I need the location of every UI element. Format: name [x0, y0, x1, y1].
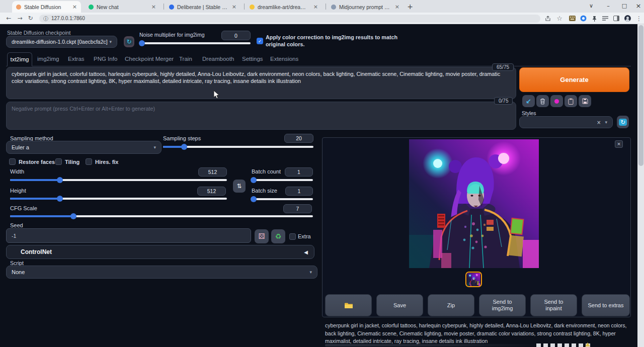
- negative-prompt-input[interactable]: [6, 102, 516, 130]
- clear-prompt-button[interactable]: [536, 95, 549, 107]
- cutoff-watermark: [536, 343, 592, 347]
- checkpoint-refresh-button[interactable]: ↻: [124, 36, 134, 47]
- batch-count-label: Batch count: [252, 168, 281, 175]
- tab-extensions[interactable]: Extensions: [270, 56, 298, 62]
- tab-close-icon[interactable]: ×: [395, 4, 399, 10]
- tab-close-icon[interactable]: ×: [232, 4, 236, 10]
- sampling-steps-label: Sampling steps: [163, 135, 201, 141]
- width-slider[interactable]: [10, 177, 227, 183]
- tab-checkpoint-merger[interactable]: Checkpoint Merger: [125, 56, 174, 62]
- color-correction-checkbox[interactable]: ✓: [257, 38, 263, 44]
- browser-tab-new-chat[interactable]: New chat ×: [85, 1, 160, 13]
- tab-img2img[interactable]: img2img: [37, 56, 59, 62]
- swap-dimensions-button[interactable]: ⇅: [233, 180, 246, 193]
- height-value[interactable]: 512: [197, 187, 226, 196]
- extensions-pin-icon[interactable]: [590, 14, 599, 23]
- apply-style-button[interactable]: [565, 95, 577, 107]
- gallery-thumbnail[interactable]: [465, 272, 482, 287]
- tab-close-icon[interactable]: ×: [151, 4, 156, 10]
- seed-input[interactable]: -1: [6, 228, 251, 243]
- batch-count-value[interactable]: 1: [285, 167, 313, 177]
- chevron-down-icon: ▾: [309, 270, 312, 275]
- tab-extras[interactable]: Extras: [68, 56, 85, 62]
- tab-close-icon[interactable]: ×: [72, 4, 77, 10]
- save-button[interactable]: Save: [376, 294, 423, 316]
- tab-train[interactable]: Train: [179, 56, 192, 62]
- page-scrollbar[interactable]: [637, 24, 644, 347]
- batch-size-value[interactable]: 1: [285, 187, 313, 196]
- script-dropdown[interactable]: None ▾: [6, 266, 317, 279]
- color-correction-label-2: original colors.: [266, 41, 304, 47]
- browser-tab-stable-diffusion[interactable]: Stable Diffusion ×: [12, 1, 81, 13]
- batch-count-slider[interactable]: [252, 177, 313, 183]
- extra-seed-checkbox[interactable]: [289, 233, 296, 240]
- random-seed-button[interactable]: ⚄: [255, 229, 269, 243]
- sampling-steps-slider[interactable]: [163, 144, 313, 150]
- batch-size-slider[interactable]: [252, 196, 313, 202]
- send-to-inpaint-button[interactable]: Send to inpaint: [530, 294, 577, 316]
- paste-params-button[interactable]: ↙: [522, 95, 535, 107]
- width-value[interactable]: 512: [198, 167, 227, 177]
- tab-txt2img[interactable]: txt2img: [7, 52, 32, 66]
- gallery-close-button[interactable]: ×: [615, 140, 623, 148]
- extra-networks-button[interactable]: [550, 95, 563, 107]
- browser-menu-icon[interactable]: ⋮: [634, 14, 643, 23]
- extension-badge-icon[interactable]: [579, 14, 588, 23]
- address-bar[interactable]: i 127.0.0.1:7860: [39, 15, 540, 23]
- extension-grid-icon[interactable]: [568, 14, 577, 23]
- window-close-button[interactable]: ×: [630, 0, 644, 13]
- noise-multiplier-value[interactable]: 0: [221, 31, 251, 40]
- tab-separator: [326, 4, 326, 10]
- restore-faces-checkbox[interactable]: [9, 158, 16, 165]
- noise-multiplier-slider[interactable]: [141, 40, 251, 46]
- bookmark-star-icon[interactable]: ☆: [555, 14, 564, 23]
- tab-settings[interactable]: Settings: [242, 56, 263, 62]
- zip-button[interactable]: Zip: [428, 294, 474, 316]
- palette-icon: [554, 99, 559, 104]
- negative-token-counter: 0/75: [494, 97, 513, 105]
- scrollbar-thumb[interactable]: [638, 25, 643, 166]
- chevron-down-icon: ▾: [153, 145, 156, 150]
- generated-image[interactable]: [409, 139, 539, 268]
- height-slider[interactable]: [10, 196, 227, 202]
- open-folder-button[interactable]: [325, 294, 372, 316]
- profile-avatar[interactable]: [623, 14, 632, 23]
- back-icon[interactable]: ←: [5, 14, 13, 23]
- reading-list-icon[interactable]: [601, 14, 610, 23]
- hires-fix-checkbox[interactable]: [86, 158, 92, 165]
- tiling-checkbox[interactable]: [55, 158, 62, 165]
- checkpoint-dropdown[interactable]: dreamlike-diffusion-1.0.ckpt [0aecbcfa2c…: [6, 36, 117, 48]
- cfg-scale-slider[interactable]: [10, 213, 313, 219]
- collapse-arrow-icon: ◀: [304, 249, 308, 255]
- tab-favicon: [16, 5, 21, 10]
- send-to-extras-button[interactable]: Send to extras: [582, 294, 630, 316]
- sampling-steps-value[interactable]: 20: [284, 134, 313, 143]
- tab-title: dreamlike-art/dreamlike-diffusio...: [258, 4, 309, 10]
- tab-close-icon[interactable]: ×: [313, 4, 318, 10]
- tab-png-info[interactable]: PNG Info: [94, 56, 117, 62]
- tab-dreambooth[interactable]: Dreambooth: [202, 56, 234, 62]
- controlnet-accordion[interactable]: ControlNet ◀: [6, 245, 314, 259]
- clear-styles-icon[interactable]: ×: [597, 120, 601, 125]
- cfg-scale-value[interactable]: 7: [283, 204, 312, 213]
- forward-icon[interactable]: →: [16, 14, 24, 23]
- send-to-img2img-button[interactable]: Send to img2img: [479, 294, 526, 316]
- prompt-input[interactable]: cyberpunk girl in jacket, colorful tatto…: [6, 67, 516, 99]
- window-minimize-button[interactable]: –: [600, 0, 617, 13]
- floppy-icon: [582, 98, 588, 104]
- styles-dropdown[interactable]: × ▾: [519, 116, 613, 128]
- sampling-method-dropdown[interactable]: Euler a ▾: [6, 141, 162, 154]
- site-info-icon[interactable]: i: [43, 16, 48, 21]
- share-icon[interactable]: [543, 14, 552, 23]
- styles-refresh-button[interactable]: ↻: [617, 116, 629, 128]
- save-style-button[interactable]: [579, 95, 591, 107]
- generate-button[interactable]: Generate: [519, 67, 629, 92]
- side-panel-icon[interactable]: [612, 14, 621, 23]
- window-chevron-icon[interactable]: ∨: [583, 0, 600, 13]
- browser-tab-deliberate[interactable]: Deliberate | Stable Diffusion Che... ×: [165, 1, 240, 13]
- reuse-seed-button[interactable]: ♻: [271, 229, 285, 243]
- browser-tab-dreamlike[interactable]: dreamlike-art/dreamlike-diffusio... ×: [246, 1, 322, 13]
- new-tab-button[interactable]: +: [406, 3, 415, 12]
- reload-icon[interactable]: ↻: [26, 14, 35, 23]
- browser-tab-midjourney[interactable]: Midjourney prompt examples : ... ×: [327, 1, 404, 13]
